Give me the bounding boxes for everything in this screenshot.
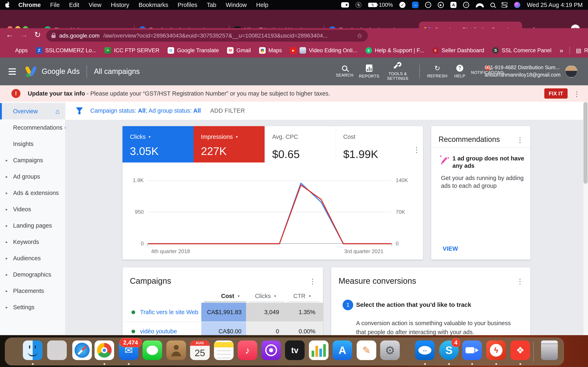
dock-mail-icon[interactable]: ✉2,474 (119, 341, 138, 360)
wifi-icon[interactable] (476, 2, 484, 7)
bookmark-ssl-comerce[interactable]: S SSL Comerce Panel (492, 47, 551, 54)
column-header-ctr[interactable]: CTR▼ (286, 290, 311, 302)
teamviewer-status-icon[interactable]: ⇔ (412, 2, 419, 8)
screen-record-icon[interactable] (341, 2, 349, 8)
sidebar-item-landing-pages[interactable]: ▸Landing pages (0, 217, 65, 234)
dock-numbers-icon[interactable] (309, 341, 328, 360)
menu-view[interactable]: View (89, 2, 101, 8)
lock-icon[interactable] (51, 35, 56, 38)
card-kebab-icon[interactable]: ⋮ (517, 277, 523, 285)
bookmarks-overflow-chevron[interactable]: » (560, 47, 563, 54)
filter-funnel-icon[interactable] (76, 107, 83, 114)
siri-icon[interactable] (514, 2, 520, 8)
time-series-plot[interactable] (148, 180, 392, 244)
sidebar-item-ad-groups[interactable]: ▸Ad groups (0, 168, 65, 185)
bookmark-star-icon[interactable]: ☆ (357, 32, 363, 40)
menu-bookmarks[interactable]: Bookmarks (139, 2, 168, 8)
control-center-icon[interactable] (501, 2, 508, 8)
metric-clicks[interactable]: Clicks▼ 3.05K (123, 126, 193, 162)
column-header-clicks[interactable]: Clicks▼ (246, 290, 277, 302)
bookmark-help-support[interactable]: fi Help & Support | F... (365, 47, 424, 54)
menu-file[interactable]: File (50, 2, 60, 8)
dock-music-icon[interactable]: ♪ (238, 341, 257, 360)
filter-label-1[interactable]: Campaign status: (90, 107, 138, 114)
bookmark-seller-dashboard[interactable]: fi Seller Dashboard (432, 47, 484, 54)
metric-cost[interactable]: Cost $1.99K (336, 126, 407, 162)
metric-impressions[interactable]: Impressions▼ 227K (193, 126, 265, 162)
spotlight-icon[interactable] (490, 3, 495, 7)
dock-apple-tv-icon[interactable]: tv (285, 341, 305, 360)
sidebar-item-recommendations[interactable]: Recommendations (0, 119, 65, 136)
campaign-link[interactable]: Trafic vers le site Web (140, 303, 198, 321)
address-bar[interactable]: ads.google.com /aw/overview?ocid=2896340… (46, 30, 368, 42)
menu-window[interactable]: Window (226, 2, 247, 8)
menu-history[interactable]: History (111, 2, 129, 8)
dock-skype-icon[interactable]: S4 (439, 341, 459, 360)
bookmark-apps[interactable]: Apps (6, 47, 28, 54)
refresh-nav-button[interactable]: ↻ REFRESH (425, 65, 450, 78)
sidebar-item-placements[interactable]: ▸Placements (0, 283, 65, 299)
status-app-icon[interactable]: ϟ (355, 2, 361, 8)
menu-help[interactable]: Help (256, 2, 269, 8)
shield-check-icon[interactable]: ✓ (399, 2, 405, 8)
dock-red-utility-icon[interactable]: ❖ (510, 341, 530, 360)
menu-profiles[interactable]: Profiles (178, 2, 197, 8)
bookmark-google-translate[interactable]: G Google Translate (168, 47, 219, 54)
dock-calendar-icon[interactable]: AUG25 (190, 341, 210, 360)
bookmark-maps[interactable]: Maps (259, 47, 282, 54)
page-scrollbar-thumb[interactable] (583, 102, 588, 184)
bookmark-gmail[interactable]: M Gmail (227, 47, 251, 54)
play-status-icon[interactable]: ▶ (438, 2, 444, 8)
menu-clock[interactable]: Wed 25 Aug 4:19 PM (527, 2, 583, 8)
bookmark-icc-ftp[interactable]: ≈ ICC FTP SERVER (105, 47, 160, 54)
card-kebab-icon[interactable]: ⋮ (517, 136, 523, 144)
dock-splashtop-icon[interactable]: ϟ (486, 341, 506, 360)
search-nav-button[interactable]: SEARCH (332, 66, 357, 78)
card-kebab-icon[interactable]: ⋮ (309, 277, 316, 285)
tools-settings-nav-button[interactable]: TOOLS & SETTINGS (381, 62, 414, 81)
dock-safari-icon[interactable] (72, 341, 92, 360)
menu-tab[interactable]: Tab (207, 2, 216, 8)
sidebar-item-insights[interactable]: Insights (0, 136, 65, 152)
filter-label-2[interactable]: Ad group status: (148, 107, 193, 114)
accessibility-icon[interactable]: ☉ (463, 2, 469, 8)
sidebar-item-campaigns[interactable]: ▸Campaigns (0, 152, 65, 168)
chart-kebab-icon[interactable]: ⋮ (413, 146, 420, 154)
forward-button[interactable]: → (20, 30, 28, 39)
fix-it-button[interactable]: FIX IT (544, 88, 568, 99)
dock-launchpad-icon[interactable] (47, 341, 67, 360)
dock-zoom-icon[interactable] (462, 341, 482, 360)
banner-kebab-icon[interactable]: ⋮ (573, 90, 580, 98)
dock-messages-icon[interactable] (143, 341, 162, 360)
sidebar-item-demographics[interactable]: ▸Demographics (0, 266, 65, 283)
dock-finder-icon[interactable] (23, 341, 42, 360)
reports-nav-button[interactable]: REPORTS (357, 65, 381, 79)
sidebar-item-ads-extensions[interactable]: ▸Ads & extensions (0, 185, 65, 201)
sidebar-item-overview[interactable]: Overview ⌂ (0, 103, 65, 119)
reading-list-button[interactable]: ▤ Reading List (576, 47, 588, 54)
metric-avg-cpc[interactable]: Avg. CPC $0.65 (265, 126, 336, 162)
dock-podcasts-icon[interactable] (261, 341, 281, 360)
battery-indicator[interactable]: ϟ 100% (368, 2, 393, 8)
table-row[interactable]: Trafic vers le site Web CA$1,991.83 3,04… (123, 303, 323, 321)
input-source-icon[interactable]: A (450, 2, 456, 8)
dock-contacts-icon[interactable] (166, 341, 186, 360)
apple-menu-icon[interactable] (5, 2, 10, 8)
dock-system-preferences-icon[interactable]: ⚙ (380, 341, 400, 360)
column-header-cost[interactable]: Cost▼ (201, 290, 240, 302)
filter-value-1[interactable]: All (138, 107, 146, 114)
sidebar-item-keywords[interactable]: ▸Keywords (0, 234, 65, 250)
filter-value-2[interactable]: All (193, 107, 201, 114)
bookmark-video-editing[interactable]: ▶ Video Editing Onli... (290, 47, 357, 54)
dock-notes-icon[interactable] (214, 341, 234, 360)
dock-pages-icon[interactable]: ✎ (357, 341, 376, 360)
help-nav-button[interactable]: ? HELP (450, 65, 470, 78)
back-button[interactable]: ← (6, 30, 14, 39)
dock-app-store-icon[interactable]: A (333, 341, 352, 360)
menu-app-name[interactable]: Chrome (18, 2, 41, 8)
reload-button[interactable]: ↻ (34, 30, 41, 39)
sidebar-item-settings[interactable]: ▸Settings (0, 299, 65, 315)
creative-cloud-icon[interactable]: ◠ (425, 2, 431, 8)
view-link[interactable]: VIEW (443, 245, 458, 252)
bookmark-sslcommerz[interactable]: Z SSLCOMMERZ Lo... (36, 47, 97, 54)
